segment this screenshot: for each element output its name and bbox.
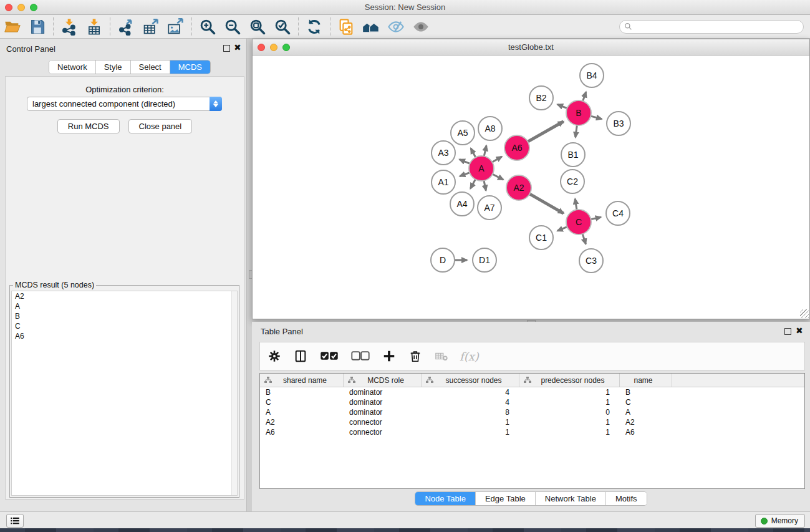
refresh-network-icon[interactable] bbox=[302, 16, 327, 37]
search-input[interactable] bbox=[635, 22, 803, 31]
cell-MCDS-role[interactable]: dominator bbox=[344, 397, 422, 407]
cell-name[interactable]: C bbox=[620, 397, 672, 407]
cell-successor-nodes[interactable]: 1 bbox=[422, 427, 519, 437]
close-panel-icon[interactable]: ✖ bbox=[234, 43, 241, 52]
tab-style[interactable]: Style bbox=[96, 60, 131, 74]
cell-shared-name[interactable]: B bbox=[260, 387, 344, 397]
tab-select[interactable]: Select bbox=[131, 60, 170, 74]
mcds-list-scrollbar[interactable] bbox=[231, 291, 237, 495]
column-header-shared-name[interactable]: shared name bbox=[260, 374, 344, 387]
mcds-result-item[interactable]: A bbox=[12, 301, 237, 311]
memory-button[interactable]: Memory bbox=[755, 514, 805, 528]
delete-entry-icon[interactable] bbox=[407, 348, 423, 364]
graph-node-A2[interactable]: A2 bbox=[506, 175, 532, 201]
column-header-name[interactable]: name bbox=[620, 374, 672, 387]
graph-node-B2[interactable]: B2 bbox=[529, 85, 554, 110]
cell-shared-name[interactable]: C bbox=[260, 397, 344, 407]
graph-node-B4[interactable]: B4 bbox=[579, 63, 604, 88]
mcds-result-item[interactable]: A2 bbox=[12, 291, 237, 301]
clone-network-icon[interactable] bbox=[334, 16, 359, 37]
cell-name[interactable]: A bbox=[620, 407, 672, 417]
graph-node-D[interactable]: D bbox=[430, 248, 455, 273]
zoom-fit-icon[interactable] bbox=[245, 16, 270, 37]
float-panel-icon[interactable] bbox=[223, 45, 230, 52]
eye-slash-icon[interactable] bbox=[383, 16, 408, 37]
cell-MCDS-role[interactable]: dominator bbox=[344, 407, 422, 417]
edge-A6-B[interactable] bbox=[527, 122, 564, 142]
mcds-result-item[interactable]: B bbox=[12, 311, 237, 321]
tab-edge-table[interactable]: Edge Table bbox=[476, 492, 536, 505]
graph-node-A7[interactable]: A7 bbox=[477, 195, 502, 220]
column-header-successor-nodes[interactable]: successor nodes bbox=[422, 374, 519, 387]
cell-shared-name[interactable]: A2 bbox=[260, 417, 344, 427]
import-network-icon[interactable] bbox=[57, 16, 82, 37]
column-visibility-icon[interactable] bbox=[292, 348, 309, 364]
column-header-predecessor-nodes[interactable]: predecessor nodes bbox=[519, 374, 620, 387]
graph-node-A1[interactable]: A1 bbox=[431, 170, 456, 195]
cell-successor-nodes[interactable]: 4 bbox=[422, 387, 519, 397]
edge-A-A2[interactable] bbox=[491, 173, 503, 180]
home-icon[interactable] bbox=[359, 16, 383, 37]
zoom-in-icon[interactable] bbox=[195, 16, 220, 37]
network-canvas[interactable]: B4B2BB3A5A8A6A3B1AA1C2A2A4A7C4CC1C3DD1 bbox=[253, 56, 809, 318]
run-mcds-button[interactable]: Run MCDS bbox=[57, 119, 120, 133]
tab-motifs[interactable]: Motifs bbox=[606, 492, 647, 505]
zoom-out-icon[interactable] bbox=[220, 16, 245, 37]
cell-shared-name[interactable]: A6 bbox=[260, 427, 344, 437]
graph-node-D1[interactable]: D1 bbox=[472, 248, 497, 273]
cell-predecessor-nodes[interactable]: 1 bbox=[519, 397, 620, 407]
table-row[interactable]: Adominator80A bbox=[260, 407, 804, 417]
mcds-result-item[interactable]: A6 bbox=[12, 331, 237, 341]
settings-gear-icon[interactable] bbox=[266, 348, 282, 364]
tab-node-table[interactable]: Node Table bbox=[415, 492, 476, 505]
tab-network[interactable]: Network bbox=[49, 60, 96, 74]
tab-mcds[interactable]: MCDS bbox=[170, 60, 210, 74]
table-row[interactable]: A6connector11A6 bbox=[260, 427, 804, 437]
table-float-panel-icon[interactable] bbox=[784, 328, 791, 335]
table-row[interactable]: Bdominator41B bbox=[260, 387, 804, 397]
cell-MCDS-role[interactable]: connector bbox=[344, 427, 422, 437]
cell-successor-nodes[interactable]: 4 bbox=[422, 397, 519, 407]
cell-MCDS-role[interactable]: dominator bbox=[344, 387, 422, 397]
deselect-all-icon[interactable] bbox=[350, 348, 371, 364]
graph-node-A[interactable]: A bbox=[468, 155, 494, 181]
import-table-icon[interactable] bbox=[82, 16, 107, 37]
cell-name[interactable]: A6 bbox=[620, 427, 672, 437]
select-all-icon[interactable] bbox=[319, 348, 340, 364]
graph-node-B1[interactable]: B1 bbox=[561, 142, 586, 167]
close-panel-button[interactable]: Close panel bbox=[128, 119, 193, 133]
edge-B-B1[interactable] bbox=[576, 124, 577, 137]
cell-shared-name[interactable]: A bbox=[260, 407, 344, 417]
task-history-button[interactable] bbox=[6, 514, 24, 528]
cell-successor-nodes[interactable]: 8 bbox=[422, 407, 519, 417]
graph-node-C2[interactable]: C2 bbox=[560, 169, 585, 194]
add-entry-icon[interactable] bbox=[381, 348, 397, 364]
export-table-icon[interactable] bbox=[138, 16, 163, 37]
graph-node-A4[interactable]: A4 bbox=[450, 191, 475, 216]
tab-network-table[interactable]: Network Table bbox=[536, 492, 606, 505]
export-network-icon[interactable] bbox=[113, 16, 138, 37]
search-field[interactable] bbox=[619, 20, 804, 34]
cell-predecessor-nodes[interactable]: 1 bbox=[519, 417, 620, 427]
cell-predecessor-nodes[interactable]: 1 bbox=[519, 387, 620, 397]
edge-A2-C[interactable] bbox=[529, 193, 564, 213]
export-image-icon[interactable] bbox=[163, 16, 188, 37]
eye-icon[interactable] bbox=[408, 16, 433, 37]
optimization-dropdown[interactable]: largest connected component (directed) bbox=[27, 97, 222, 111]
graph-node-A3[interactable]: A3 bbox=[431, 140, 456, 165]
zoom-selected-icon[interactable] bbox=[270, 16, 295, 37]
cell-MCDS-role[interactable]: connector bbox=[344, 417, 422, 427]
edge-B-B3[interactable] bbox=[589, 116, 602, 119]
table-row[interactable]: A2connector11A2 bbox=[260, 417, 804, 427]
mcds-result-item[interactable]: C bbox=[12, 321, 237, 331]
graph-node-C1[interactable]: C1 bbox=[529, 225, 554, 250]
graph-node-A6[interactable]: A6 bbox=[504, 135, 530, 161]
cell-name[interactable]: A2 bbox=[620, 417, 672, 427]
cell-predecessor-nodes[interactable]: 0 bbox=[519, 407, 620, 417]
window-resize-grip[interactable] bbox=[800, 309, 809, 318]
cell-successor-nodes[interactable]: 1 bbox=[422, 417, 519, 427]
table-row[interactable]: Cdominator41C bbox=[260, 397, 804, 407]
cell-name[interactable]: B bbox=[620, 387, 672, 397]
graph-node-A5[interactable]: A5 bbox=[450, 120, 475, 145]
cell-predecessor-nodes[interactable]: 1 bbox=[519, 427, 620, 437]
